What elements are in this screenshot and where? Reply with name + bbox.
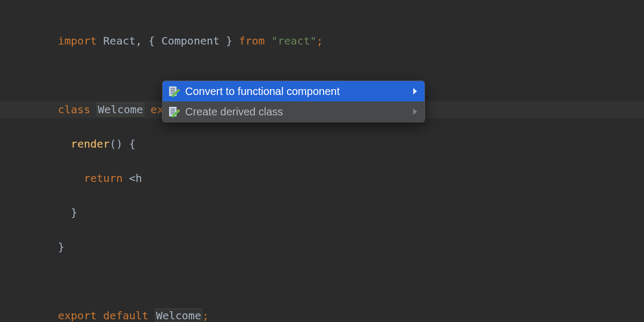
identifier-react: React [103, 34, 135, 47]
keyword-return: return [84, 172, 122, 185]
menu-item-label: Convert to functional component [185, 85, 413, 98]
keyword-import: import [58, 34, 97, 47]
intention-actions-menu[interactable]: Convert to functional component Create d… [162, 80, 425, 122]
menu-item-create-derived[interactable]: Create derived class [163, 101, 425, 122]
keyword-class: class [58, 103, 90, 116]
intention-bulb-icon [168, 85, 180, 97]
blank-line [58, 273, 644, 290]
chevron-right-icon [413, 88, 417, 94]
string-literal: "react" [271, 34, 316, 47]
code-line: render() { [58, 135, 644, 152]
code-line: export default Welcome; [58, 307, 644, 322]
code-line: import React, { Component } from "react"… [58, 32, 644, 49]
class-name: Welcome [97, 103, 144, 116]
keyword-export: export [58, 309, 97, 322]
keyword-from: from [239, 34, 265, 47]
intention-bulb-icon [168, 106, 180, 118]
code-line: } [58, 238, 644, 255]
code-line: } [58, 204, 644, 221]
menu-item-label: Create derived class [185, 106, 413, 118]
chevron-right-icon [413, 108, 417, 115]
code-line: return <h [58, 170, 644, 187]
keyword-default: default [103, 309, 148, 322]
method-render: render [71, 137, 109, 150]
code-editor[interactable]: import React, { Component } from "react"… [0, 0, 644, 322]
export-name: Welcome [155, 309, 202, 322]
menu-item-convert-functional[interactable]: Convert to functional component [163, 81, 425, 101]
